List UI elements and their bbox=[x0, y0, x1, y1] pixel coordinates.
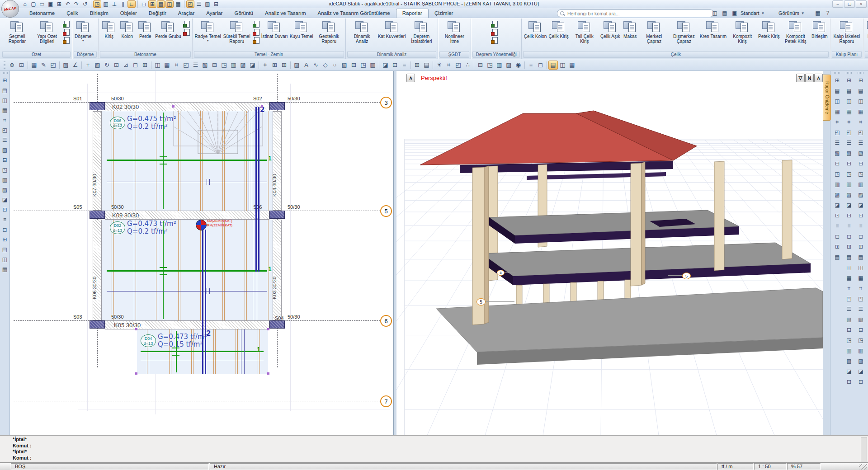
select-frame-icon[interactable]: ▨ bbox=[238, 61, 248, 70]
brush-icon[interactable]: ◪ bbox=[248, 61, 257, 70]
status-zoom[interactable]: % 57 bbox=[787, 463, 821, 470]
hatch-grid-icon[interactable]: ▤ bbox=[845, 86, 854, 95]
north-icon[interactable]: N bbox=[805, 74, 814, 82]
table-icon[interactable]: ⊞ bbox=[270, 61, 279, 70]
cloud-icon[interactable]: ▧ bbox=[340, 61, 349, 70]
node-marker[interactable] bbox=[135, 372, 137, 375]
report-plate-icon[interactable]: ▤ bbox=[857, 253, 865, 261]
section-line-1[interactable] bbox=[107, 270, 267, 272]
status-scale[interactable]: 1 : 50 bbox=[754, 463, 787, 470]
report-formwork-icon[interactable]: ⌗ bbox=[857, 284, 865, 292]
dimension-icon[interactable]: ◳ bbox=[485, 61, 495, 70]
settings-window-icon[interactable]: ⊞ bbox=[833, 242, 842, 251]
polyline-icon[interactable]: ◇ bbox=[321, 61, 330, 70]
report-steel-icon[interactable]: ⊡ bbox=[857, 211, 865, 220]
axis-generator-icon[interactable]: ⊟ bbox=[476, 61, 485, 70]
beam-label[interactable]: K04 30/30 bbox=[272, 174, 277, 197]
grid-axis-7[interactable] bbox=[14, 401, 387, 401]
area-measure2-icon[interactable]: ◳ bbox=[359, 61, 368, 70]
report-archive-icon[interactable]: ⊡ bbox=[857, 377, 865, 386]
kuyu-temel-button[interactable]: Kuyu Temel bbox=[289, 19, 314, 50]
grid-view-icon[interactable]: ▧ bbox=[833, 149, 842, 157]
archive-icon[interactable]: ◪ bbox=[845, 367, 854, 376]
break-icon[interactable]: ☰ bbox=[191, 61, 200, 70]
home-icon[interactable]: ⌂ bbox=[21, 0, 29, 8]
slab-tag-D04[interactable]: D04d=13 bbox=[141, 334, 156, 347]
report-export-icon[interactable]: ⊟ bbox=[857, 325, 865, 334]
endpoint-snap-icon[interactable]: ⊞ bbox=[148, 0, 156, 8]
dismerkez-capraz-button[interactable]: Dışmerkez Çapraz bbox=[669, 19, 699, 50]
column-schedule-icon[interactable]: ◰ bbox=[845, 128, 854, 136]
kalip-iskelesi-raporu-button[interactable]: Kalıp İskelesi Raporu bbox=[832, 19, 862, 50]
model-check-icon[interactable]: ▥ bbox=[845, 346, 854, 355]
soil-profile-mini-icon[interactable] bbox=[253, 29, 259, 36]
selection-filter-icon[interactable]: ⌗ bbox=[833, 118, 842, 126]
redo-icon[interactable]: ↷ bbox=[72, 0, 80, 8]
merkezi-capraz-button[interactable]: Merkezi Çapraz bbox=[639, 19, 669, 50]
quick-render-icon[interactable]: ▧ bbox=[203, 0, 212, 8]
column-S06[interactable] bbox=[269, 211, 285, 219]
window-cascade-icon[interactable]: ▤ bbox=[721, 9, 729, 17]
intersection-snap-icon[interactable]: ◫ bbox=[165, 0, 174, 8]
report-summary-icon[interactable]: ◰ bbox=[857, 294, 865, 303]
deprem-izolatorleri-button[interactable]: Deprem İzolatörleri bbox=[406, 19, 436, 50]
report-beam-icon[interactable]: ◫ bbox=[857, 97, 865, 105]
find-object-icon[interactable]: ◫ bbox=[0, 255, 9, 263]
kompozit-petek-kiris-button[interactable]: Kompozit Petek Kiriş bbox=[781, 19, 811, 50]
search-input[interactable] bbox=[566, 10, 711, 17]
beam-label[interactable]: K03 30/30 bbox=[272, 277, 277, 299]
view-combo[interactable]: Görünüm ▼ bbox=[778, 9, 805, 17]
report-wall-icon[interactable]: ⌗ bbox=[857, 118, 865, 126]
report-print-icon[interactable]: ▧ bbox=[857, 315, 865, 324]
zoom-dynamic-icon[interactable]: ◫ bbox=[0, 96, 9, 104]
beam-label[interactable]: K05 30/30 bbox=[114, 322, 141, 329]
walk-icon[interactable]: ∴ bbox=[463, 61, 472, 70]
section-line-1[interactable] bbox=[107, 160, 267, 161]
regulation-report-mini-icon[interactable] bbox=[491, 21, 498, 28]
pile-report-mini-icon[interactable] bbox=[253, 21, 259, 28]
move-frame-icon[interactable]: ▨ bbox=[93, 61, 102, 70]
support-view-icon[interactable]: ▨ bbox=[845, 190, 854, 199]
trim-icon[interactable]: ◫ bbox=[153, 61, 162, 70]
section-line-2[interactable] bbox=[258, 107, 259, 272]
snap-point-icon[interactable]: ⊟ bbox=[210, 61, 219, 70]
report-foundation-icon[interactable]: ☰ bbox=[857, 138, 865, 147]
chamfer-icon[interactable]: ▥ bbox=[229, 61, 238, 70]
kompozit-kiris-button[interactable]: Kompozit Kiriş bbox=[727, 19, 757, 50]
detail-view-icon[interactable]: ⊡ bbox=[833, 211, 842, 220]
view-previous-icon[interactable]: ↺ bbox=[81, 0, 89, 8]
report-preview-icon[interactable]: ◳ bbox=[857, 336, 865, 344]
dome-icon[interactable]: ⌗ bbox=[172, 61, 181, 70]
slope-icon[interactable]: ⊟ bbox=[349, 61, 359, 70]
section-view-icon[interactable]: ◪ bbox=[833, 201, 842, 209]
beam-load-icon[interactable]: ⌗ bbox=[845, 118, 854, 126]
diaphragm-icon[interactable]: ◪ bbox=[845, 201, 854, 209]
report-cover-icon[interactable]: ◪ bbox=[857, 367, 865, 376]
toolbar-grip[interactable] bbox=[2, 72, 8, 74]
previous-view-icon[interactable]: ⌗ bbox=[0, 116, 9, 124]
report-settings-icon[interactable]: ☰ bbox=[857, 305, 865, 313]
extend-icon[interactable]: ▦ bbox=[162, 61, 172, 70]
node-marker[interactable] bbox=[135, 328, 137, 330]
save-icon[interactable]: ▣ bbox=[47, 0, 55, 8]
slab-tag-D02[interactable]: D02d=13 bbox=[110, 221, 125, 234]
beam-label[interactable]: K06 30/30 bbox=[92, 277, 97, 299]
column-S04[interactable] bbox=[269, 320, 285, 329]
undo-icon[interactable]: ↶ bbox=[64, 0, 72, 8]
foundation-check-mini-icon[interactable] bbox=[253, 37, 259, 44]
entity-edit-icon[interactable]: ⊟ bbox=[0, 155, 9, 164]
nearest-snap-icon[interactable]: ▦ bbox=[174, 0, 182, 8]
chart-icon[interactable]: ◰ bbox=[181, 61, 191, 70]
spline-icon[interactable]: ∿ bbox=[311, 61, 321, 70]
report-quantity-icon[interactable]: ◫ bbox=[857, 263, 865, 272]
surekli-temel-raporu-button[interactable]: Sürekli Temel Raporu bbox=[222, 19, 252, 50]
measure-icon[interactable]: ▧ bbox=[61, 61, 71, 70]
axis-bubble-3d[interactable]: 5 bbox=[682, 273, 691, 279]
rebar-schedule-mini-icon[interactable] bbox=[183, 29, 190, 36]
resize-grip[interactable] bbox=[859, 464, 867, 470]
section-line-icon[interactable]: ▨ bbox=[504, 61, 514, 70]
report-load-icon[interactable]: ▧ bbox=[857, 149, 865, 157]
axis-bubble-3d[interactable]: 5 bbox=[476, 298, 486, 306]
kat-kuvvetleri-button[interactable]: Kat Kuvvetleri bbox=[377, 19, 407, 50]
analysis-view-icon[interactable]: ▥ bbox=[833, 180, 842, 188]
